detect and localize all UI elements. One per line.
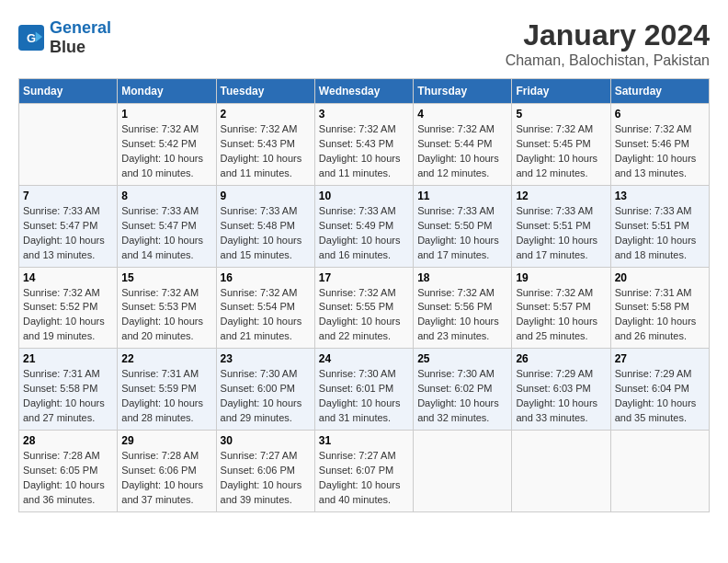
day-info: Sunrise: 7:32 AMSunset: 5:56 PMDaylight:… [417,286,507,345]
calendar-cell [610,431,709,512]
day-number: 2 [221,108,311,121]
calendar-cell: 1Sunrise: 7:32 AMSunset: 5:42 PMDaylight… [118,104,216,186]
col-header-wednesday: Wednesday [314,79,413,104]
week-row-3: 14Sunrise: 7:32 AMSunset: 5:52 PMDayligh… [19,267,710,349]
day-number: 25 [417,352,507,365]
calendar-cell: 25Sunrise: 7:30 AMSunset: 6:02 PMDayligh… [414,349,512,431]
day-number: 16 [221,271,311,284]
day-number: 18 [417,271,507,284]
calendar-cell: 31Sunrise: 7:27 AMSunset: 6:07 PMDayligh… [314,431,413,512]
calendar-cell [512,431,610,512]
calendar-cell: 26Sunrise: 7:29 AMSunset: 6:03 PMDayligh… [512,349,610,431]
day-number: 30 [221,434,311,447]
day-info: Sunrise: 7:33 AMSunset: 5:47 PMDaylight:… [23,204,113,263]
calendar-cell: 15Sunrise: 7:32 AMSunset: 5:53 PMDayligh… [118,267,216,349]
page-header: G General Blue January 2024 Chaman, Balo… [18,18,710,69]
day-number: 10 [319,190,409,202]
col-header-thursday: Thursday [414,79,512,104]
day-info: Sunrise: 7:32 AMSunset: 5:44 PMDaylight:… [417,122,507,181]
col-header-saturday: Saturday [610,79,709,104]
day-info: Sunrise: 7:31 AMSunset: 5:58 PMDaylight:… [23,367,113,426]
day-number: 12 [516,190,606,202]
calendar-cell: 29Sunrise: 7:28 AMSunset: 6:06 PMDayligh… [118,431,216,512]
day-info: Sunrise: 7:32 AMSunset: 5:45 PMDaylight:… [516,122,606,181]
calendar-cell: 17Sunrise: 7:32 AMSunset: 5:55 PMDayligh… [314,267,413,349]
day-info: Sunrise: 7:27 AMSunset: 6:07 PMDaylight:… [319,449,409,508]
day-number: 27 [615,352,705,365]
calendar-cell: 27Sunrise: 7:29 AMSunset: 6:04 PMDayligh… [610,349,709,431]
day-number: 7 [23,190,113,202]
calendar-cell: 3Sunrise: 7:32 AMSunset: 5:43 PMDaylight… [314,104,413,186]
day-number: 11 [417,190,507,202]
day-number: 31 [319,434,409,447]
week-row-1: 1Sunrise: 7:32 AMSunset: 5:42 PMDaylight… [19,104,710,186]
day-info: Sunrise: 7:32 AMSunset: 5:52 PMDaylight:… [23,286,113,345]
calendar-cell: 6Sunrise: 7:32 AMSunset: 5:46 PMDaylight… [610,104,709,186]
day-number: 24 [319,352,409,365]
calendar-cell: 11Sunrise: 7:33 AMSunset: 5:50 PMDayligh… [414,185,512,267]
calendar-cell [414,431,512,512]
calendar-cell: 8Sunrise: 7:33 AMSunset: 5:47 PMDaylight… [118,185,216,267]
day-info: Sunrise: 7:32 AMSunset: 5:46 PMDaylight:… [615,122,705,181]
week-row-5: 28Sunrise: 7:28 AMSunset: 6:05 PMDayligh… [19,431,710,512]
day-info: Sunrise: 7:27 AMSunset: 6:06 PMDaylight:… [221,449,311,508]
week-row-2: 7Sunrise: 7:33 AMSunset: 5:47 PMDaylight… [19,185,710,267]
day-number: 17 [319,271,409,284]
day-info: Sunrise: 7:33 AMSunset: 5:50 PMDaylight:… [417,204,507,263]
day-info: Sunrise: 7:28 AMSunset: 6:05 PMDaylight:… [23,449,113,508]
day-info: Sunrise: 7:33 AMSunset: 5:51 PMDaylight:… [615,204,705,263]
day-info: Sunrise: 7:33 AMSunset: 5:49 PMDaylight:… [319,204,409,263]
day-info: Sunrise: 7:29 AMSunset: 6:03 PMDaylight:… [516,367,606,426]
logo: G General Blue [18,18,111,57]
calendar-cell: 14Sunrise: 7:32 AMSunset: 5:52 PMDayligh… [19,267,118,349]
day-info: Sunrise: 7:32 AMSunset: 5:43 PMDaylight:… [221,122,311,181]
day-info: Sunrise: 7:32 AMSunset: 5:53 PMDaylight:… [121,286,211,345]
calendar-cell: 9Sunrise: 7:33 AMSunset: 5:48 PMDaylight… [216,185,314,267]
calendar-cell [19,104,118,186]
calendar-cell: 22Sunrise: 7:31 AMSunset: 5:59 PMDayligh… [118,349,216,431]
day-info: Sunrise: 7:32 AMSunset: 5:43 PMDaylight:… [319,122,409,181]
day-number: 13 [615,190,705,202]
calendar-cell: 7Sunrise: 7:33 AMSunset: 5:47 PMDaylight… [19,185,118,267]
title-block: January 2024 Chaman, Balochistan, Pakist… [506,18,710,69]
day-number: 29 [121,434,211,447]
calendar-cell: 2Sunrise: 7:32 AMSunset: 5:43 PMDaylight… [216,104,314,186]
day-number: 22 [121,352,211,365]
day-number: 20 [615,271,705,284]
day-info: Sunrise: 7:32 AMSunset: 5:42 PMDaylight:… [121,122,211,181]
page-title: January 2024 [506,18,710,52]
calendar-cell: 30Sunrise: 7:27 AMSunset: 6:06 PMDayligh… [216,431,314,512]
calendar-cell: 13Sunrise: 7:33 AMSunset: 5:51 PMDayligh… [610,185,709,267]
day-info: Sunrise: 7:32 AMSunset: 5:54 PMDaylight:… [221,286,311,345]
day-number: 28 [23,434,113,447]
col-header-tuesday: Tuesday [216,79,314,104]
calendar-cell: 10Sunrise: 7:33 AMSunset: 5:49 PMDayligh… [314,185,413,267]
day-info: Sunrise: 7:28 AMSunset: 6:06 PMDaylight:… [121,449,211,508]
day-number: 21 [23,352,113,365]
day-info: Sunrise: 7:30 AMSunset: 6:01 PMDaylight:… [319,367,409,426]
day-info: Sunrise: 7:33 AMSunset: 5:47 PMDaylight:… [121,204,211,263]
logo-icon: G [18,25,44,51]
calendar-cell: 12Sunrise: 7:33 AMSunset: 5:51 PMDayligh… [512,185,610,267]
calendar-cell: 23Sunrise: 7:30 AMSunset: 6:00 PMDayligh… [216,349,314,431]
calendar-cell: 19Sunrise: 7:32 AMSunset: 5:57 PMDayligh… [512,267,610,349]
day-info: Sunrise: 7:33 AMSunset: 5:51 PMDaylight:… [516,204,606,263]
calendar-cell: 21Sunrise: 7:31 AMSunset: 5:58 PMDayligh… [19,349,118,431]
day-number: 3 [319,108,409,121]
logo-text: General Blue [50,18,111,57]
week-row-4: 21Sunrise: 7:31 AMSunset: 5:58 PMDayligh… [19,349,710,431]
day-number: 6 [615,108,705,121]
day-number: 23 [221,352,311,365]
col-header-friday: Friday [512,79,610,104]
day-number: 5 [516,108,606,121]
day-info: Sunrise: 7:31 AMSunset: 5:58 PMDaylight:… [615,286,705,345]
day-number: 9 [221,190,311,202]
header-row: SundayMondayTuesdayWednesdayThursdayFrid… [19,79,710,104]
day-info: Sunrise: 7:29 AMSunset: 6:04 PMDaylight:… [615,367,705,426]
day-info: Sunrise: 7:33 AMSunset: 5:48 PMDaylight:… [221,204,311,263]
day-number: 19 [516,271,606,284]
day-number: 14 [23,271,113,284]
page-subtitle: Chaman, Balochistan, Pakistan [506,52,710,69]
day-info: Sunrise: 7:31 AMSunset: 5:59 PMDaylight:… [121,367,211,426]
calendar-cell: 5Sunrise: 7:32 AMSunset: 5:45 PMDaylight… [512,104,610,186]
